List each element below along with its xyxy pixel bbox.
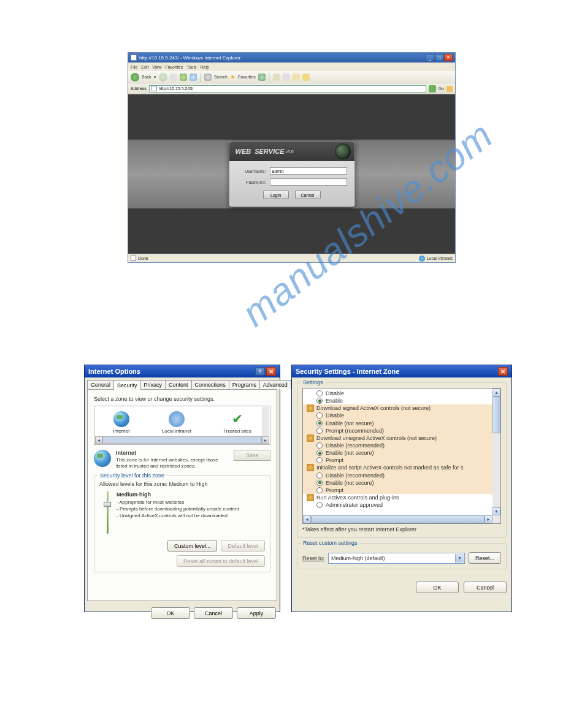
scroll-right-icon[interactable]: ►: [484, 515, 492, 523]
cancel-button[interactable]: Cancel: [295, 191, 321, 199]
zone-intranet[interactable]: Local intranet: [162, 411, 191, 434]
login-button[interactable]: Login: [263, 191, 289, 199]
custom-level-button[interactable]: Custom level...: [167, 540, 218, 552]
history-icon[interactable]: [258, 74, 266, 81]
ss-titlebar: Security Settings - Internet Zone ✕: [292, 365, 511, 377]
tree-category: Download unsigned ActiveX controls (not …: [303, 434, 500, 442]
forward-button-icon[interactable]: [159, 73, 167, 82]
security-slider[interactable]: [103, 491, 112, 534]
ss-body: Settings Disable Enable Download signed …: [292, 377, 511, 579]
reset-to-select[interactable]: Medium-high (default) ▼: [328, 553, 465, 564]
tab-connections[interactable]: Connections: [191, 380, 229, 389]
scroll-left-icon[interactable]: ◄: [303, 515, 311, 523]
tab-content[interactable]: Content: [165, 380, 192, 389]
slider-thumb[interactable]: [104, 502, 111, 507]
close-button[interactable]: ✕: [498, 367, 508, 376]
username-input[interactable]: [270, 167, 347, 175]
io-instruction: Select a zone to view or change security…: [94, 396, 270, 402]
search-icon[interactable]: [204, 74, 212, 81]
radio-option[interactable]: Enable (not secure): [303, 420, 500, 427]
back-button-icon[interactable]: [131, 73, 139, 82]
cancel-button[interactable]: Cancel: [464, 582, 507, 593]
zone-internet-label: Internet: [113, 428, 129, 434]
favorites-label[interactable]: Favorites: [238, 75, 256, 79]
minimize-button[interactable]: _: [426, 54, 434, 61]
radio-option[interactable]: Enable (not secure): [303, 479, 500, 487]
radio-option[interactable]: Prompt (recommended): [303, 427, 500, 434]
addressbar: Address http://10.15.5.243/ Go: [128, 83, 455, 94]
radio-option[interactable]: Prompt: [303, 487, 500, 494]
scroll-left-icon[interactable]: ◄: [95, 436, 102, 444]
scroll-thumb[interactable]: [492, 396, 500, 433]
radio-option[interactable]: Administrator approved: [303, 501, 500, 509]
radio-option[interactable]: Enable (not secure): [303, 449, 500, 457]
cancel-button[interactable]: Cancel: [194, 607, 233, 619]
ok-button[interactable]: OK: [151, 607, 190, 619]
tree-vscrollbar[interactable]: ▲ ▼: [492, 389, 500, 515]
login-body: Username: Password: Login Cancel: [229, 161, 354, 207]
close-button[interactable]: ✕: [444, 54, 453, 61]
seclevel-bullet1: - Appropriate for most websites: [117, 499, 184, 505]
scroll-down-icon[interactable]: ▼: [492, 507, 500, 515]
tab-programs[interactable]: Programs: [229, 380, 260, 389]
menu-help[interactable]: Help: [201, 65, 209, 69]
menu-file[interactable]: File: [131, 65, 137, 69]
tab-security[interactable]: Security: [113, 381, 141, 390]
browser-titlebar: http://10.15.5.243/ - Windows Internet E…: [128, 53, 455, 63]
radio-option[interactable]: Enable: [303, 397, 500, 404]
tab-advanced[interactable]: Advanced: [259, 380, 291, 389]
menu-view[interactable]: View: [152, 65, 161, 69]
tree-hscrollbar[interactable]: ◄ ►: [303, 515, 492, 523]
zone-trusted[interactable]: ✔ Trusted sites: [223, 411, 251, 434]
zone-hscrollbar[interactable]: ◄ ►: [95, 436, 269, 444]
zone-vscrollbar[interactable]: [262, 407, 269, 436]
page-content: WEB SERVICE v3.0 Username: Password: Log…: [128, 94, 455, 254]
maximize-button[interactable]: □: [435, 54, 443, 61]
refresh-icon[interactable]: [180, 74, 187, 81]
folder-icon[interactable]: [302, 74, 310, 81]
reset-to-label: Reset to:: [302, 555, 324, 561]
links-icon[interactable]: [446, 86, 453, 92]
scroll-thumb[interactable]: [311, 515, 484, 523]
scroll-up-icon[interactable]: ▲: [492, 389, 500, 396]
zone-trusted-label: Trusted sites: [223, 428, 251, 434]
print-icon[interactable]: [283, 74, 290, 81]
favorites-icon[interactable]: ★: [230, 74, 236, 80]
password-input[interactable]: [270, 178, 347, 186]
radio-option[interactable]: Disable: [303, 390, 500, 397]
zone-internet[interactable]: Internet: [113, 411, 129, 434]
help-button[interactable]: ?: [255, 367, 265, 376]
go-label[interactable]: Go: [439, 86, 444, 91]
apply-button[interactable]: Apply: [237, 607, 276, 619]
scroll-thumb[interactable]: [102, 436, 262, 444]
radio-option[interactable]: Prompt: [303, 457, 500, 464]
go-button[interactable]: [429, 85, 436, 93]
menu-tools[interactable]: Tools: [186, 65, 196, 69]
tab-privacy[interactable]: Privacy: [140, 380, 166, 389]
stop-icon[interactable]: [170, 74, 177, 81]
back-label[interactable]: Back: [142, 75, 151, 79]
seclevel-legend: Security level for this zone: [98, 472, 166, 479]
activex-icon: [307, 404, 314, 412]
default-level-button[interactable]: Default level: [221, 540, 265, 552]
reset-all-zones-button[interactable]: Reset all zones to default level: [177, 555, 265, 567]
menu-favorites[interactable]: Favorites: [165, 65, 183, 69]
radio-option[interactable]: Disable (recommended): [303, 442, 500, 449]
scroll-right-icon[interactable]: ►: [262, 436, 269, 444]
home-icon[interactable]: [190, 74, 197, 81]
reset-button[interactable]: Reset...: [469, 552, 501, 564]
address-input[interactable]: http://10.15.5.243/: [149, 85, 426, 93]
radio-option[interactable]: Disable (recommended): [303, 472, 500, 479]
ok-button[interactable]: OK: [416, 582, 459, 593]
statusbar: Done Local intranet: [128, 254, 455, 262]
close-button[interactable]: ✕: [266, 367, 276, 376]
search-label[interactable]: Search: [214, 75, 228, 79]
menu-edit[interactable]: Edit: [141, 65, 148, 69]
tab-general[interactable]: General: [87, 380, 114, 389]
io-tabs: General Security Privacy Content Connect…: [85, 377, 280, 389]
edit-icon[interactable]: [293, 74, 300, 81]
mail-icon[interactable]: [273, 74, 280, 81]
radio-option[interactable]: Disable: [303, 412, 500, 419]
sites-button[interactable]: Sites: [234, 450, 270, 461]
settings-tree[interactable]: Disable Enable Download signed ActiveX c…: [302, 388, 501, 524]
